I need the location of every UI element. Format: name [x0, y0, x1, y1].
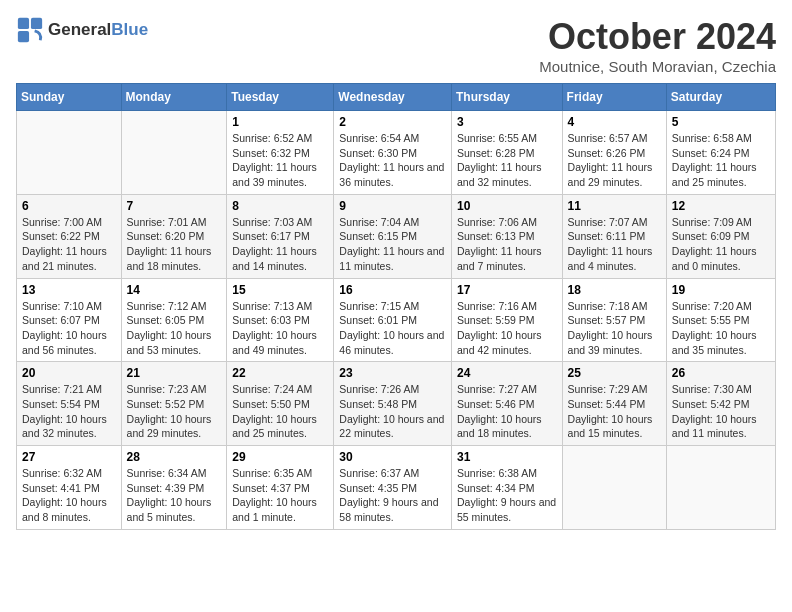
day-info: Sunrise: 7:16 AMSunset: 5:59 PMDaylight:… [457, 299, 557, 358]
title-block: October 2024 Moutnice, South Moravian, C… [539, 16, 776, 75]
calendar-day-cell: 25Sunrise: 7:29 AMSunset: 5:44 PMDayligh… [562, 362, 666, 446]
day-of-week-header: Saturday [666, 84, 775, 111]
calendar-day-cell: 19Sunrise: 7:20 AMSunset: 5:55 PMDayligh… [666, 278, 775, 362]
calendar-day-cell [562, 446, 666, 530]
day-number: 20 [22, 366, 116, 380]
day-number: 8 [232, 199, 328, 213]
day-of-week-header: Wednesday [334, 84, 452, 111]
calendar-day-cell: 15Sunrise: 7:13 AMSunset: 6:03 PMDayligh… [227, 278, 334, 362]
day-info: Sunrise: 6:35 AMSunset: 4:37 PMDaylight:… [232, 466, 328, 525]
day-number: 23 [339, 366, 446, 380]
calendar-day-cell: 11Sunrise: 7:07 AMSunset: 6:11 PMDayligh… [562, 194, 666, 278]
day-info: Sunrise: 7:03 AMSunset: 6:17 PMDaylight:… [232, 215, 328, 274]
calendar-day-cell: 31Sunrise: 6:38 AMSunset: 4:34 PMDayligh… [451, 446, 562, 530]
calendar-day-cell: 2Sunrise: 6:54 AMSunset: 6:30 PMDaylight… [334, 111, 452, 195]
calendar-day-cell: 8Sunrise: 7:03 AMSunset: 6:17 PMDaylight… [227, 194, 334, 278]
day-info: Sunrise: 7:00 AMSunset: 6:22 PMDaylight:… [22, 215, 116, 274]
day-info: Sunrise: 7:20 AMSunset: 5:55 PMDaylight:… [672, 299, 770, 358]
calendar-week-row: 6Sunrise: 7:00 AMSunset: 6:22 PMDaylight… [17, 194, 776, 278]
calendar-day-cell: 18Sunrise: 7:18 AMSunset: 5:57 PMDayligh… [562, 278, 666, 362]
day-info: Sunrise: 7:01 AMSunset: 6:20 PMDaylight:… [127, 215, 222, 274]
location: Moutnice, South Moravian, Czechia [539, 58, 776, 75]
calendar-day-cell [666, 446, 775, 530]
calendar-day-cell: 24Sunrise: 7:27 AMSunset: 5:46 PMDayligh… [451, 362, 562, 446]
day-info: Sunrise: 7:13 AMSunset: 6:03 PMDaylight:… [232, 299, 328, 358]
day-number: 26 [672, 366, 770, 380]
day-info: Sunrise: 7:15 AMSunset: 6:01 PMDaylight:… [339, 299, 446, 358]
svg-rect-1 [31, 18, 42, 29]
day-number: 24 [457, 366, 557, 380]
day-number: 3 [457, 115, 557, 129]
calendar-day-cell: 6Sunrise: 7:00 AMSunset: 6:22 PMDaylight… [17, 194, 122, 278]
calendar-day-cell: 22Sunrise: 7:24 AMSunset: 5:50 PMDayligh… [227, 362, 334, 446]
calendar-day-cell: 23Sunrise: 7:26 AMSunset: 5:48 PMDayligh… [334, 362, 452, 446]
day-info: Sunrise: 6:58 AMSunset: 6:24 PMDaylight:… [672, 131, 770, 190]
day-info: Sunrise: 6:54 AMSunset: 6:30 PMDaylight:… [339, 131, 446, 190]
calendar-day-cell: 7Sunrise: 7:01 AMSunset: 6:20 PMDaylight… [121, 194, 227, 278]
header-row: SundayMondayTuesdayWednesdayThursdayFrid… [17, 84, 776, 111]
day-number: 22 [232, 366, 328, 380]
day-info: Sunrise: 6:55 AMSunset: 6:28 PMDaylight:… [457, 131, 557, 190]
day-info: Sunrise: 6:52 AMSunset: 6:32 PMDaylight:… [232, 131, 328, 190]
day-number: 19 [672, 283, 770, 297]
day-info: Sunrise: 7:09 AMSunset: 6:09 PMDaylight:… [672, 215, 770, 274]
calendar-day-cell: 12Sunrise: 7:09 AMSunset: 6:09 PMDayligh… [666, 194, 775, 278]
day-number: 1 [232, 115, 328, 129]
calendar-week-row: 27Sunrise: 6:32 AMSunset: 4:41 PMDayligh… [17, 446, 776, 530]
day-of-week-header: Friday [562, 84, 666, 111]
calendar-day-cell: 13Sunrise: 7:10 AMSunset: 6:07 PMDayligh… [17, 278, 122, 362]
calendar-day-cell: 17Sunrise: 7:16 AMSunset: 5:59 PMDayligh… [451, 278, 562, 362]
day-number: 31 [457, 450, 557, 464]
calendar-week-row: 1Sunrise: 6:52 AMSunset: 6:32 PMDaylight… [17, 111, 776, 195]
day-number: 6 [22, 199, 116, 213]
day-info: Sunrise: 7:07 AMSunset: 6:11 PMDaylight:… [568, 215, 661, 274]
calendar-day-cell [121, 111, 227, 195]
logo-icon [16, 16, 44, 44]
day-info: Sunrise: 6:38 AMSunset: 4:34 PMDaylight:… [457, 466, 557, 525]
day-of-week-header: Thursday [451, 84, 562, 111]
day-info: Sunrise: 6:37 AMSunset: 4:35 PMDaylight:… [339, 466, 446, 525]
calendar-day-cell: 10Sunrise: 7:06 AMSunset: 6:13 PMDayligh… [451, 194, 562, 278]
day-number: 2 [339, 115, 446, 129]
calendar-day-cell: 16Sunrise: 7:15 AMSunset: 6:01 PMDayligh… [334, 278, 452, 362]
day-number: 9 [339, 199, 446, 213]
day-number: 13 [22, 283, 116, 297]
day-info: Sunrise: 6:34 AMSunset: 4:39 PMDaylight:… [127, 466, 222, 525]
calendar-day-cell: 3Sunrise: 6:55 AMSunset: 6:28 PMDaylight… [451, 111, 562, 195]
day-of-week-header: Sunday [17, 84, 122, 111]
calendar-day-cell: 29Sunrise: 6:35 AMSunset: 4:37 PMDayligh… [227, 446, 334, 530]
calendar-day-cell: 1Sunrise: 6:52 AMSunset: 6:32 PMDaylight… [227, 111, 334, 195]
day-number: 11 [568, 199, 661, 213]
page-header: GeneralBlue October 2024 Moutnice, South… [16, 16, 776, 75]
day-info: Sunrise: 7:23 AMSunset: 5:52 PMDaylight:… [127, 382, 222, 441]
day-number: 15 [232, 283, 328, 297]
day-number: 17 [457, 283, 557, 297]
day-number: 21 [127, 366, 222, 380]
logo-text: GeneralBlue [48, 20, 148, 40]
day-info: Sunrise: 7:29 AMSunset: 5:44 PMDaylight:… [568, 382, 661, 441]
day-number: 25 [568, 366, 661, 380]
day-number: 30 [339, 450, 446, 464]
calendar-week-row: 13Sunrise: 7:10 AMSunset: 6:07 PMDayligh… [17, 278, 776, 362]
day-number: 28 [127, 450, 222, 464]
day-info: Sunrise: 7:27 AMSunset: 5:46 PMDaylight:… [457, 382, 557, 441]
day-number: 10 [457, 199, 557, 213]
svg-rect-0 [18, 18, 29, 29]
day-number: 18 [568, 283, 661, 297]
calendar-day-cell: 5Sunrise: 6:58 AMSunset: 6:24 PMDaylight… [666, 111, 775, 195]
calendar-day-cell [17, 111, 122, 195]
day-info: Sunrise: 7:06 AMSunset: 6:13 PMDaylight:… [457, 215, 557, 274]
calendar-table: SundayMondayTuesdayWednesdayThursdayFrid… [16, 83, 776, 530]
month-title: October 2024 [539, 16, 776, 58]
calendar-day-cell: 27Sunrise: 6:32 AMSunset: 4:41 PMDayligh… [17, 446, 122, 530]
svg-rect-2 [18, 31, 29, 42]
calendar-day-cell: 9Sunrise: 7:04 AMSunset: 6:15 PMDaylight… [334, 194, 452, 278]
day-number: 27 [22, 450, 116, 464]
calendar-day-cell: 26Sunrise: 7:30 AMSunset: 5:42 PMDayligh… [666, 362, 775, 446]
day-info: Sunrise: 7:24 AMSunset: 5:50 PMDaylight:… [232, 382, 328, 441]
day-info: Sunrise: 7:12 AMSunset: 6:05 PMDaylight:… [127, 299, 222, 358]
day-info: Sunrise: 7:21 AMSunset: 5:54 PMDaylight:… [22, 382, 116, 441]
day-of-week-header: Monday [121, 84, 227, 111]
calendar-week-row: 20Sunrise: 7:21 AMSunset: 5:54 PMDayligh… [17, 362, 776, 446]
calendar-day-cell: 30Sunrise: 6:37 AMSunset: 4:35 PMDayligh… [334, 446, 452, 530]
